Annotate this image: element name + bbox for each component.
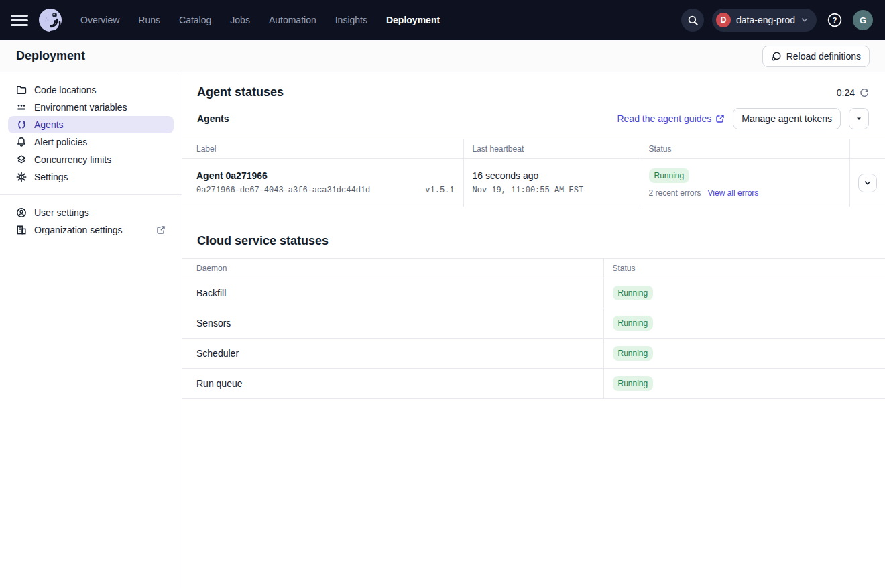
folder-icon bbox=[16, 84, 27, 95]
caret-down-icon bbox=[856, 115, 862, 122]
agents-col-expand bbox=[849, 139, 885, 159]
daemon-status-badge: Running bbox=[613, 286, 654, 300]
person-icon bbox=[16, 207, 27, 218]
nav-item-jobs[interactable]: Jobs bbox=[230, 15, 250, 25]
daemon-name: Run queue bbox=[196, 378, 243, 389]
sidebar-item-label: Organization settings bbox=[34, 225, 149, 235]
deployment-selector[interactable]: D data-eng-prod bbox=[712, 9, 817, 32]
building-icon bbox=[16, 225, 27, 235]
agent-status-badge: Running bbox=[649, 168, 690, 183]
daemon-row-scheduler: Scheduler Running bbox=[182, 339, 885, 369]
recent-errors-text: 2 recent errors bbox=[649, 188, 701, 198]
daemon-row-sensors: Sensors Running bbox=[182, 308, 885, 339]
main-content: Agent statuses 0:24 Agents Read the agen… bbox=[182, 72, 885, 588]
sidebar-item-agents[interactable]: Agents bbox=[8, 116, 174, 133]
user-avatar[interactable]: G bbox=[853, 10, 873, 30]
heartbeat-relative: 16 seconds ago bbox=[473, 170, 640, 181]
code-location-icon bbox=[771, 51, 782, 62]
sidebar-item-concurrency-limits[interactable]: Concurrency limits bbox=[8, 151, 174, 168]
help-icon: ? bbox=[827, 12, 843, 28]
sidebar-item-label: Environment variables bbox=[34, 102, 127, 113]
sidebar-item-code-locations[interactable]: Code locations bbox=[8, 81, 174, 99]
sidebar-item-label: User settings bbox=[34, 207, 89, 218]
daemon-status-badge: Running bbox=[613, 346, 654, 361]
agents-more-actions-button[interactable] bbox=[849, 108, 869, 129]
hamburger-menu-icon[interactable] bbox=[11, 11, 28, 29]
daemon-status-badge: Running bbox=[613, 316, 654, 331]
deployment-initial-badge: D bbox=[716, 13, 731, 27]
daemon-name: Backfill bbox=[196, 288, 226, 298]
sidebar-item-label: Settings bbox=[34, 172, 68, 182]
env-vars-icon bbox=[16, 102, 27, 113]
dagster-logo-icon[interactable] bbox=[38, 7, 63, 33]
daemon-name: Scheduler bbox=[196, 348, 239, 359]
agent-name: Agent 0a271966 bbox=[196, 170, 463, 181]
svg-text:?: ? bbox=[832, 16, 837, 24]
cloud-col-daemon: Daemon bbox=[182, 259, 603, 278]
nav-item-automation[interactable]: Automation bbox=[269, 15, 316, 25]
sidebar-divider bbox=[0, 194, 182, 195]
daemon-row-run-queue: Run queue Running bbox=[182, 369, 885, 399]
layers-icon bbox=[16, 154, 27, 165]
nav-item-overview[interactable]: Overview bbox=[80, 15, 119, 25]
nav-item-insights[interactable]: Insights bbox=[335, 15, 367, 25]
refresh-icon[interactable] bbox=[860, 88, 869, 97]
refresh-countdown: 0:24 bbox=[837, 87, 869, 98]
sidebar-item-organization-settings[interactable]: Organization settings bbox=[8, 221, 174, 239]
agent-guides-link[interactable]: Read the agent guides bbox=[617, 113, 725, 124]
sidebar-item-settings[interactable]: Settings bbox=[8, 168, 174, 186]
external-link-icon bbox=[156, 225, 166, 235]
sidebar-item-label: Concurrency limits bbox=[34, 154, 111, 165]
sidebar-item-user-settings[interactable]: User settings bbox=[8, 204, 174, 221]
help-button[interactable]: ? bbox=[825, 10, 845, 30]
sidebar-item-alert-policies[interactable]: Alert policies bbox=[8, 133, 174, 151]
reload-definitions-button[interactable]: Reload definitions bbox=[762, 46, 870, 67]
cloud-col-status: Status bbox=[603, 259, 885, 278]
cloud-service-statuses-title: Cloud service statuses bbox=[197, 234, 869, 248]
chevron-down-icon bbox=[864, 179, 872, 187]
countdown-value: 0:24 bbox=[837, 87, 855, 98]
agent-statuses-title: Agent statuses bbox=[197, 85, 284, 99]
agent-id: 0a271966-de67-4043-a3f6-aca31dc44d1d bbox=[196, 186, 370, 195]
heartbeat-timestamp: Nov 19, 11:00:55 AM EST bbox=[473, 186, 640, 195]
sidebar: Code locations Environment variables Age… bbox=[0, 72, 182, 588]
agents-col-status: Status bbox=[640, 139, 849, 159]
search-button[interactable] bbox=[681, 9, 704, 32]
nav-item-runs[interactable]: Runs bbox=[138, 15, 160, 25]
page-title: Deployment bbox=[16, 49, 85, 63]
sidebar-item-environment-variables[interactable]: Environment variables bbox=[8, 99, 174, 116]
manage-agent-tokens-button[interactable]: Manage agent tokens bbox=[733, 108, 841, 129]
external-link-icon bbox=[715, 114, 725, 123]
top-nav: Overview Runs Catalog Jobs Automation In… bbox=[0, 0, 885, 40]
search-icon bbox=[687, 15, 699, 26]
agents-col-label: Label bbox=[182, 139, 463, 159]
bell-icon bbox=[16, 137, 27, 148]
daemon-name: Sensors bbox=[196, 318, 231, 329]
primary-nav: Overview Runs Catalog Jobs Automation In… bbox=[80, 15, 440, 25]
sidebar-item-label: Code locations bbox=[34, 84, 97, 95]
sidebar-item-label: Agents bbox=[34, 119, 64, 130]
deployment-selector-label: data-eng-prod bbox=[736, 15, 795, 25]
sidebar-item-label: Alert policies bbox=[34, 137, 87, 148]
nav-item-catalog[interactable]: Catalog bbox=[179, 15, 211, 25]
nav-item-deployment[interactable]: Deployment bbox=[386, 15, 440, 25]
expand-agent-row-button[interactable] bbox=[858, 174, 877, 192]
agent-version: v1.5.1 bbox=[425, 186, 454, 195]
chevron-down-icon bbox=[801, 16, 809, 24]
cloud-services-table: Daemon Status Backfill Running Sensors R… bbox=[182, 258, 885, 399]
gear-icon bbox=[16, 172, 27, 182]
page-header: Deployment Reload definitions bbox=[0, 40, 885, 72]
agent-icon bbox=[16, 119, 27, 130]
agents-table: Label Last heartbeat Status Agent 0a2719… bbox=[182, 139, 885, 207]
agents-section-label: Agents bbox=[197, 113, 229, 124]
agents-col-heartbeat: Last heartbeat bbox=[463, 139, 640, 159]
agent-row: Agent 0a271966 0a271966-de67-4043-a3f6-a… bbox=[182, 159, 885, 207]
view-all-errors-link[interactable]: View all errors bbox=[708, 188, 759, 198]
daemon-status-badge: Running bbox=[613, 376, 654, 391]
daemon-row-backfill: Backfill Running bbox=[182, 278, 885, 308]
